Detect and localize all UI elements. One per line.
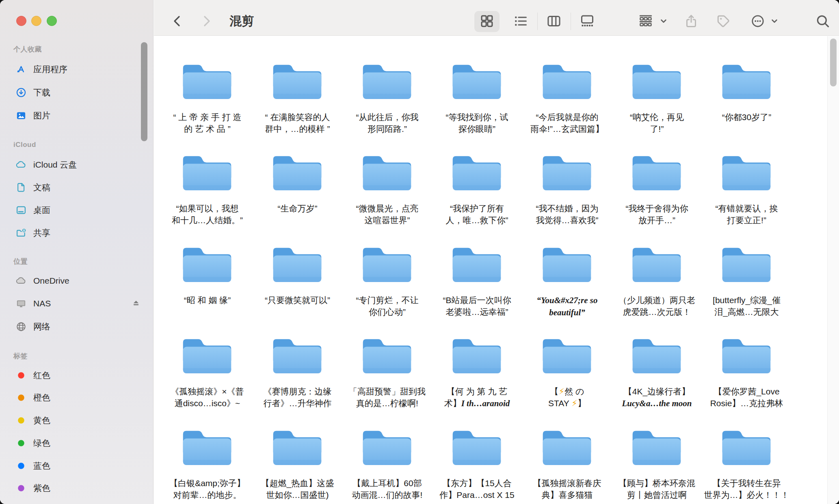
folder-item[interactable]: 《赛博朋克：边缘行者》…升华神作 (253, 331, 342, 423)
sidebar-item-shared[interactable]: 共享 (6, 223, 147, 243)
sidebar-item-tag-yellow[interactable]: 黄色 (6, 411, 147, 430)
folder-icon (631, 245, 682, 284)
folder-icon (721, 62, 772, 101)
tag-dot-icon (15, 370, 27, 381)
close-button[interactable] (16, 16, 26, 26)
icon-view-button[interactable] (480, 14, 494, 28)
desktop-icon (15, 205, 27, 216)
search-icon[interactable] (815, 14, 830, 28)
sidebar-item-onedrive[interactable]: OneDrive (6, 271, 147, 291)
tag-icon[interactable] (716, 14, 731, 28)
sidebar-item-tag-orange[interactable]: 橙色 (6, 388, 147, 407)
folder-icon (542, 245, 592, 284)
forward-button[interactable] (199, 14, 214, 28)
folder-item[interactable]: 【⚡然 のSTAY ⚡】 (522, 331, 612, 423)
shared-folder-icon (15, 227, 27, 239)
sidebar-item-pictures[interactable]: 图片 (6, 106, 147, 125)
sidebar-item-tag-purple[interactable]: 紫色 (6, 478, 147, 498)
folder-icon (362, 245, 412, 284)
folder-item[interactable]: 【关于我转生在异世界为…】必火！！！ (702, 423, 791, 504)
sidebar-item-label: 红色 (33, 366, 50, 385)
sidebar-item-nas[interactable]: NAS (6, 294, 147, 313)
folder-item[interactable]: “只要微笑就可以” (253, 240, 342, 332)
folder-item[interactable]: “生命万岁” (253, 148, 342, 240)
sidebar-item-label: 应用程序 (33, 60, 67, 79)
folder-item[interactable]: 「高甜预警」甜到我真的是…柠檬啊! (342, 331, 432, 423)
folder-icon (452, 153, 502, 193)
folder-item[interactable]: 【戴上耳机】60部动画混…们的故事! (342, 423, 432, 504)
folder-item[interactable]: 《孤独摇滚》×《普通disco…isco》~ (162, 331, 252, 423)
folder-icon (272, 153, 322, 193)
folder-icon (272, 336, 322, 376)
back-button[interactable] (170, 14, 185, 28)
folder-icon (721, 153, 772, 193)
zoom-button[interactable] (47, 16, 57, 26)
minimize-button[interactable] (31, 16, 41, 26)
sidebar-item-network[interactable]: 网络 (6, 317, 147, 336)
sidebar-item-documents[interactable]: 文稿 (6, 178, 147, 197)
folder-item[interactable]: “你都30岁了” (702, 57, 791, 149)
folder-item[interactable]: 【4K_边缘行者】Lucy&a…the moon (612, 331, 702, 423)
folder-icon (631, 62, 682, 101)
folder-item[interactable]: “You&#x27;re sobeautiful” (522, 240, 612, 332)
folder-item[interactable]: “专门剪烂，不让你们心动” (342, 240, 432, 332)
folder-item[interactable]: “昭 和 姻 缘” (162, 240, 252, 332)
folder-item[interactable]: “从此往后，你我形同陌路.” (342, 57, 432, 149)
content-scrollbar-thumb[interactable] (830, 39, 837, 86)
group-by-icon[interactable] (638, 14, 653, 28)
folder-name: “我保护了所有人，唯…救下你” (433, 202, 521, 226)
folder-name: “专门剪烂，不让你们心动” (343, 294, 431, 318)
folder-item[interactable]: 【东方】【15人合作】Para…ost X 15 (432, 423, 522, 504)
folder-item[interactable]: 【超燃_热血】这盛世如你…国盛世) (253, 423, 342, 504)
content-scrollbar-track[interactable] (827, 36, 839, 504)
folder-item[interactable]: 【爱你罗茜_LoveRosie】…克拉弗林 (702, 331, 791, 423)
folder-name: [butterfly_综漫_催泪_高燃…无限大 (703, 294, 791, 318)
sidebar-item-label: 图片 (33, 106, 50, 125)
sidebar-scrollbar[interactable] (141, 42, 147, 141)
more-options-chevron-down-icon[interactable] (769, 16, 780, 26)
folder-item[interactable]: “ 上 帝 亲 手 打 造的 艺 术 品 ” (162, 57, 252, 149)
folder-item[interactable]: “有错就要认，挨打要立正!” (702, 148, 791, 240)
folder-icon (721, 336, 772, 376)
folder-item[interactable]: 【何 为 第 九 艺术】I th…aranoid (432, 331, 522, 423)
folder-icon (631, 428, 682, 467)
folder-item[interactable]: “我保护了所有人，唯…救下你” (432, 148, 522, 240)
folder-item[interactable]: “ 在满脸笑容的人群中，…的模样 ” (253, 57, 342, 149)
sidebar-item-applications[interactable]: 应用程序 (6, 60, 147, 79)
folder-name: “我不结婚，因为我觉得…喜欢我” (523, 202, 611, 226)
folder-item[interactable]: “我终于舍得为你放开手…” (612, 148, 702, 240)
folder-item[interactable]: “微微晨光，点亮这喧嚣世界” (342, 148, 432, 240)
sidebar-item-tag-red[interactable]: 红色 (6, 366, 147, 385)
folder-item[interactable]: “B站最后一次叫你老婆啦…远幸福” (432, 240, 522, 332)
sidebar-item-label: 下载 (33, 83, 50, 102)
folder-name: “微微晨光，点亮这喧嚣世界” (343, 202, 431, 226)
folder-item[interactable]: 【孤独摇滚新春庆典】喜多猫猫 (522, 423, 612, 504)
gallery-view-button[interactable] (580, 14, 595, 28)
folder-item[interactable]: “今后我就是你的雨伞!”…玄武国篇】 (522, 57, 612, 149)
folder-item[interactable]: （少儿频道）两只老虎爱跳…次元版！ (612, 240, 702, 332)
sidebar-item-tag-blue[interactable]: 蓝色 (6, 456, 147, 476)
eject-icon[interactable] (131, 299, 141, 308)
folder-item[interactable]: “等我找到你，试探你眼睛” (432, 57, 522, 149)
folder-item[interactable]: 【顾与】桥本环奈混剪丨她曾活过啊 (612, 423, 702, 504)
sidebar-item-label: 绿色 (33, 433, 50, 453)
folder-item[interactable]: “如果可以，我想和十几…人结婚。” (162, 148, 252, 240)
share-icon[interactable] (684, 14, 698, 28)
folder-item[interactable]: [butterfly_综漫_催泪_高燃…无限大 (702, 240, 791, 332)
sidebar-item-downloads[interactable]: 下载 (6, 83, 147, 102)
folder-item[interactable]: “我不结婚，因为我觉得…喜欢我” (522, 148, 612, 240)
column-view-button[interactable] (547, 14, 561, 28)
list-view-button[interactable] (513, 14, 528, 28)
sidebar-item-icloud-drive[interactable]: iCloud 云盘 (6, 155, 147, 174)
sidebar-item-desktop[interactable]: 桌面 (6, 200, 147, 220)
folder-item[interactable]: 【白银&amp;弥子】对前辈…的地步。 (162, 423, 252, 504)
folder-icon (631, 336, 682, 376)
sidebar-item-label: 紫色 (33, 478, 50, 498)
folder-item[interactable]: “呐艾伦，再见了!” (612, 57, 702, 149)
folder-icon (452, 336, 502, 376)
folder-icon (362, 428, 412, 467)
folder-name: 【何 为 第 九 艺术】I th…aranoid (433, 386, 521, 409)
group-by-chevron-down-icon[interactable] (658, 16, 669, 26)
more-options-icon[interactable] (750, 14, 765, 28)
sidebar-item-tag-green[interactable]: 绿色 (6, 433, 147, 453)
